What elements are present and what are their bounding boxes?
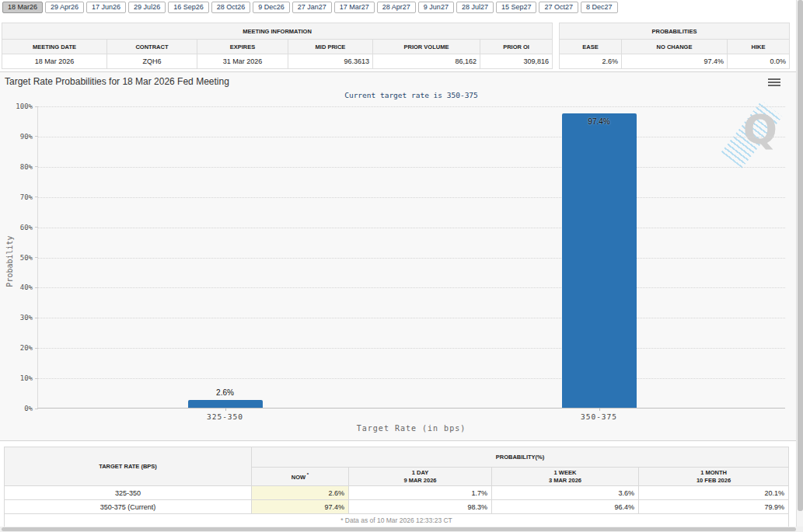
gridline (38, 258, 785, 259)
tab-28-jul27[interactable]: 28 Jul27 (456, 2, 494, 13)
y-tick-label: 20% (20, 344, 33, 352)
probability-cell: 3.6% (492, 486, 639, 500)
horizontal-scrollbar[interactable] (0, 527, 803, 532)
y-tick-label: 50% (20, 254, 33, 262)
quikstrike-watermark: Q (728, 108, 779, 159)
probability-cell: 79.9% (639, 500, 789, 514)
target-rate-chart: Target Rate Probabilities for 18 Mar 202… (0, 71, 796, 441)
probability-history-table: TARGET RATE (BPS) PROBABILITY(%) NOW *1 … (4, 447, 789, 527)
probabilities-data-row: 2.6%97.4%0.0% (560, 54, 790, 69)
meeting-value: 31 Mar 2026 (197, 54, 288, 69)
column-header: NO CHANGE (622, 40, 728, 54)
y-tick-mark (35, 227, 38, 228)
tab-28-apr27[interactable]: 28 Apr27 (377, 2, 416, 13)
gridline (38, 106, 785, 107)
y-tick-label: 90% (20, 133, 33, 141)
y-tick-label: 40% (20, 283, 33, 291)
probability-value: 0.0% (728, 54, 790, 69)
meeting-information-header-row: MEETING DATECONTRACTEXPIRESMID PRICEPRIO… (2, 40, 553, 54)
y-tick-label: 60% (20, 224, 33, 231)
probability-column-header: 1 MONTH10 FEB 2026 (639, 468, 789, 486)
gridline (38, 228, 785, 228)
y-axis-title: Probability (5, 231, 14, 293)
meeting-value: 96.3613 (288, 54, 373, 69)
tab-17-mar27[interactable]: 17 Mar27 (334, 2, 375, 13)
tab-18-mar26[interactable]: 18 Mar26 (2, 2, 43, 13)
column-header: HIKE (728, 40, 790, 54)
chart-subtitle: Current target rate is 350-375 (37, 91, 785, 99)
tab-28-oct26[interactable]: 28 Oct26 (211, 2, 251, 13)
y-tick-mark (35, 257, 38, 258)
y-tick-mark (35, 136, 38, 137)
tab-17-jun26[interactable]: 17 Jun26 (86, 2, 126, 13)
tab-9-jun27[interactable]: 9 Jun27 (418, 2, 454, 13)
meeting-tab-bar: 18 Mar2629 Apr2617 Jun2629 Jul2616 Sep26… (2, 2, 618, 13)
probability-bar (188, 400, 263, 408)
gridline (38, 378, 785, 379)
y-tick-label: 70% (20, 193, 33, 201)
column-header: EASE (560, 40, 622, 54)
tab-16-sep26[interactable]: 16 Sep26 (168, 2, 209, 13)
table-row: 350-375 (Current)97.4%98.3%96.4%79.9% (5, 500, 789, 514)
x-tick-label: 350-375 (581, 412, 617, 421)
target-rate-bps-header: TARGET RATE (BPS) (5, 447, 252, 486)
tab-9-dec26[interactable]: 9 Dec26 (253, 2, 290, 13)
probabilities-title: PROBABILITIES (560, 23, 790, 40)
y-tick-mark (35, 409, 38, 409)
tab-27-jan27[interactable]: 27 Jan27 (292, 2, 332, 13)
gridline (38, 137, 785, 137)
probability-column-header: NOW * (252, 468, 349, 486)
y-tick-mark (35, 318, 38, 318)
fedwatch-tool: 18 Mar2629 Apr2617 Jun2629 Jul2616 Sep26… (0, 0, 803, 532)
y-tick-mark (35, 287, 38, 288)
data-as-of-footnote: * Data as of 10 Mar 2026 12:33:23 CT (5, 514, 789, 527)
bar-data-label: 2.6% (216, 388, 234, 397)
x-tick-label: 325-350 (207, 412, 243, 421)
tab-29-apr26[interactable]: 29 Apr26 (45, 2, 84, 13)
meeting-information-data-row: 18 Mar 2026ZQH631 Mar 202696.361386,1623… (2, 54, 553, 69)
y-tick-mark (35, 196, 38, 197)
probability-value: 97.4% (622, 54, 728, 69)
x-axis-title: Target Rate (in bps) (37, 424, 785, 433)
probability-value: 2.6% (560, 54, 622, 69)
y-tick-label: 80% (20, 163, 33, 171)
horizontal-scrollbar-thumb[interactable] (2, 527, 796, 531)
meeting-value: 309,816 (480, 54, 553, 69)
probability-column-header: 1 DAY9 MAR 2026 (349, 468, 492, 486)
tab-27-oct27[interactable]: 27 Oct27 (539, 2, 578, 13)
tab-15-sep27[interactable]: 15 Sep27 (496, 2, 537, 13)
gridline (38, 348, 785, 349)
vertical-scrollbar[interactable] (796, 0, 803, 527)
meeting-information-title: MEETING INFORMATION (2, 23, 553, 40)
y-tick-mark (35, 348, 38, 349)
meeting-value: 86,162 (373, 54, 480, 69)
vertical-scrollbar-thumb[interactable] (798, 0, 803, 511)
target-rate-cell: 350-375 (Current) (5, 500, 252, 514)
tab-8-dec27[interactable]: 8 Dec27 (581, 2, 618, 13)
y-tick-label: 100% (16, 103, 33, 110)
column-header: MEETING DATE (2, 40, 107, 54)
meeting-value: 18 Mar 2026 (2, 54, 107, 69)
probabilities-summary-table: PROBABILITIES EASENO CHANGEHIKE 2.6%97.4… (559, 23, 790, 69)
probability-cell: 98.3% (349, 500, 492, 514)
probability-cell: 2.6% (252, 486, 349, 500)
gridline (38, 197, 785, 198)
x-tick-mark (225, 408, 226, 411)
y-tick-mark (35, 106, 38, 107)
gridline (38, 318, 785, 318)
tab-29-jul26[interactable]: 29 Jul26 (128, 2, 166, 13)
probability-group-header: PROBABILITY(%) (252, 447, 789, 468)
probability-cell: 1.7% (349, 486, 492, 500)
meeting-information-table: MEETING INFORMATION MEETING DATECONTRACT… (2, 23, 553, 69)
y-tick-mark (35, 378, 38, 379)
probabilities-header-row: EASENO CHANGEHIKE (560, 40, 790, 54)
probability-cell: 20.1% (639, 486, 789, 500)
column-header: CONTRACT (107, 40, 197, 54)
target-rate-cell: 325-350 (5, 486, 252, 500)
gridline (38, 287, 785, 288)
watermark-q-letter: Q (743, 110, 777, 150)
chart-context-menu-icon[interactable] (768, 78, 780, 88)
probability-table-body: 325-3502.6%1.7%3.6%20.1%350-375 (Current… (5, 486, 789, 514)
chart-title: Target Rate Probabilities for 18 Mar 202… (5, 76, 229, 87)
column-header: PRIOR OI (480, 40, 553, 54)
